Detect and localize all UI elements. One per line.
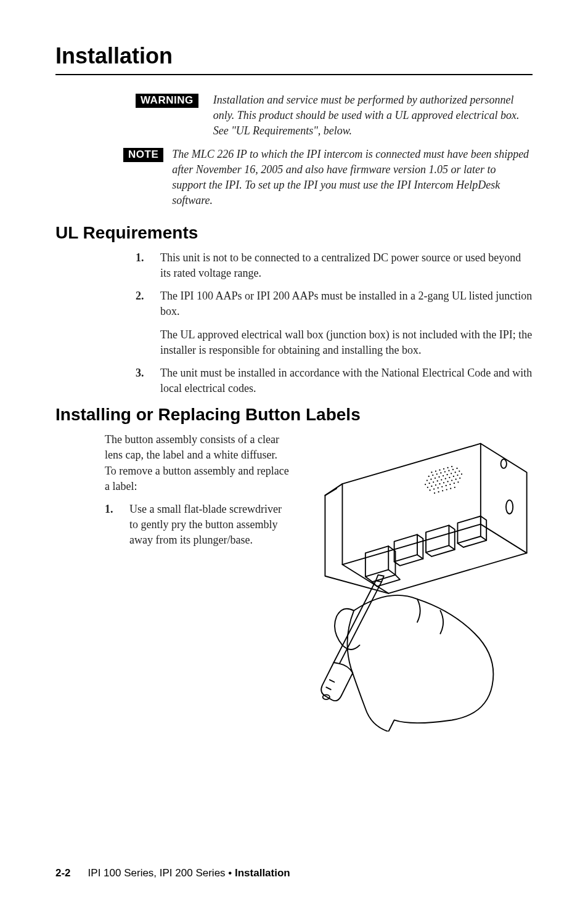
svg-point-28 (437, 481, 438, 482)
svg-point-10 (436, 473, 438, 475)
svg-point-40 (447, 481, 448, 483)
footer-text: IPI 100 Series, IPI 200 Series • Install… (88, 867, 290, 879)
svg-point-21 (446, 474, 447, 475)
svg-point-47 (441, 486, 443, 487)
note-badge: NOTE (123, 148, 163, 162)
footer-page-number: 2-2 (55, 867, 71, 879)
svg-point-52 (434, 492, 435, 494)
ul-req-item-2: 2. The IPI 100 AAPs or IPI 200 AAPs must… (136, 288, 533, 319)
svg-point-53 (438, 491, 439, 492)
svg-point-13 (448, 470, 449, 471)
svg-point-44 (429, 490, 430, 491)
install-labels-intro: The button assembly consists of a clear … (105, 432, 290, 494)
ul-req-item-2-sub: The UL approved electrical wall box (jun… (160, 327, 533, 358)
svg-point-56 (450, 488, 451, 489)
svg-point-17 (430, 479, 431, 480)
page-footer: 2-2 IPI 100 Series, IPI 200 Series • Ins… (55, 867, 290, 879)
svg-point-25 (425, 484, 426, 485)
svg-point-38 (439, 483, 440, 484)
ul-req-item-3: 3. The unit must be installed in accorda… (136, 365, 533, 396)
list-number: 2. (136, 288, 160, 319)
svg-point-33 (457, 475, 458, 476)
svg-point-39 (443, 482, 444, 483)
list-number: 1. (136, 250, 160, 281)
warning-callout: WARNING Installation and service must be… (136, 92, 533, 138)
svg-point-36 (431, 486, 432, 487)
ul-requirements-heading: UL Requirements (55, 223, 533, 243)
svg-point-18 (435, 478, 436, 479)
svg-point-42 (455, 479, 457, 480)
page-title: Installation (55, 43, 533, 75)
svg-point-1 (506, 500, 513, 514)
svg-point-30 (445, 478, 446, 479)
svg-point-8 (428, 476, 430, 477)
svg-point-46 (438, 487, 439, 489)
list-text: Use a small flat-blade screwdriver to ge… (129, 502, 290, 548)
svg-point-12 (444, 471, 446, 473)
svg-point-31 (449, 477, 450, 478)
svg-point-51 (457, 482, 459, 483)
svg-point-11 (440, 473, 441, 474)
svg-point-41 (451, 480, 452, 481)
svg-point-15 (456, 468, 457, 469)
svg-point-45 (433, 489, 435, 490)
svg-point-26 (429, 483, 430, 484)
list-number: 3. (136, 365, 160, 396)
svg-point-16 (427, 480, 428, 481)
svg-point-3 (435, 471, 436, 472)
svg-point-32 (453, 476, 454, 477)
svg-point-5 (443, 468, 444, 470)
svg-point-43 (459, 478, 460, 479)
svg-point-7 (451, 466, 452, 467)
svg-point-0 (501, 459, 507, 468)
warning-text: Installation and service must be perform… (213, 92, 533, 138)
device-illustration (302, 432, 533, 732)
ul-req-item-1: 1. This unit is not to be connected to a… (136, 250, 533, 281)
warning-badge: WARNING (136, 94, 198, 108)
list-text: The unit must be installed in accordance… (160, 365, 533, 396)
install-labels-heading: Installing or Replacing Button Labels (55, 405, 533, 425)
svg-point-19 (438, 476, 439, 478)
svg-point-24 (459, 471, 460, 472)
list-number: 1. (105, 502, 129, 548)
footer-text-a: IPI 100 Series, IPI 200 Series • (88, 867, 235, 879)
list-text: The IPI 100 AAPs or IPI 200 AAPs must be… (160, 288, 533, 319)
note-text: The MLC 226 IP to which the IPI intercom… (172, 147, 533, 208)
svg-point-20 (443, 475, 444, 476)
svg-point-50 (454, 483, 455, 484)
svg-point-22 (451, 473, 452, 474)
svg-point-34 (461, 473, 462, 475)
note-callout: NOTE The MLC 226 IP to which the IPI int… (123, 147, 533, 208)
install-labels-step-1: 1. Use a small flat-blade screwdriver to… (105, 502, 290, 548)
svg-point-14 (452, 469, 454, 470)
svg-point-49 (449, 484, 451, 485)
svg-point-54 (442, 491, 443, 492)
svg-point-23 (455, 472, 456, 473)
svg-point-4 (439, 470, 440, 471)
svg-point-2 (431, 472, 432, 473)
svg-point-9 (432, 475, 433, 476)
svg-point-35 (427, 487, 428, 488)
svg-point-27 (433, 482, 434, 483)
svg-point-57 (454, 487, 455, 488)
svg-point-55 (446, 489, 447, 491)
svg-point-48 (446, 485, 447, 486)
svg-point-29 (441, 479, 442, 481)
svg-point-37 (435, 484, 436, 486)
list-text: This unit is not to be connected to a ce… (160, 250, 533, 281)
footer-text-b: Installation (235, 867, 290, 879)
svg-point-6 (447, 467, 448, 468)
